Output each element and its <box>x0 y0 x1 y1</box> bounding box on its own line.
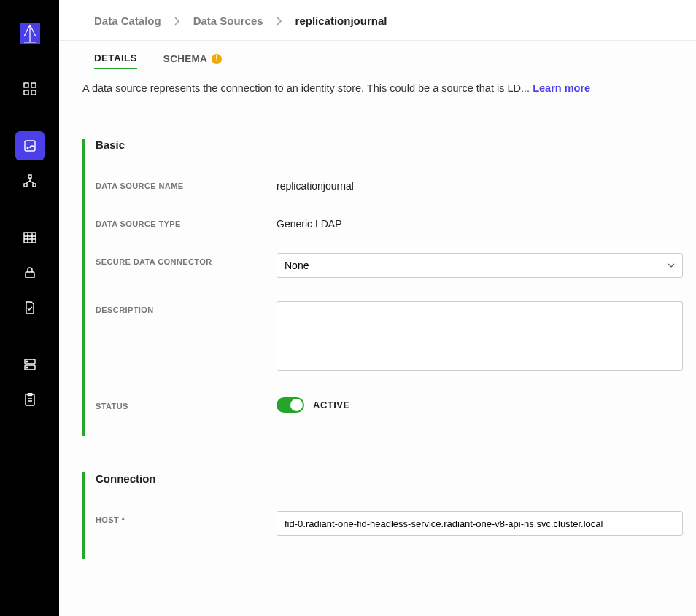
svg-rect-4 <box>31 90 36 95</box>
svg-rect-3 <box>24 90 28 95</box>
breadcrumb: Data Catalog Data Sources replicationjou… <box>59 0 696 41</box>
description-row: A data source represents the connection … <box>59 69 696 109</box>
svg-rect-9 <box>33 184 36 187</box>
grid-icon <box>23 82 36 95</box>
breadcrumb-current: replicationjournal <box>295 15 387 27</box>
secure-data-connector-value: None <box>285 260 309 271</box>
svg-rect-1 <box>24 83 28 87</box>
label-data-source-name: DATA SOURCE NAME <box>96 177 277 190</box>
nav-documents[interactable] <box>15 293 45 322</box>
breadcrumb-root[interactable]: Data Catalog <box>94 15 161 27</box>
row-secure-data-connector: SECURE DATA CONNECTOR None <box>96 253 683 278</box>
section-basic-title: Basic <box>96 139 683 151</box>
nav-tables[interactable] <box>15 223 45 252</box>
section-connection-title: Connection <box>96 472 683 485</box>
label-host: HOST * <box>96 511 277 524</box>
row-data-source-name: DATA SOURCE NAME replicationjournal <box>96 177 683 192</box>
value-data-source-type: Generic LDAP <box>277 215 341 230</box>
hierarchy-icon <box>23 174 36 187</box>
label-secure-data-connector: SECURE DATA CONNECTOR <box>96 253 277 266</box>
svg-rect-8 <box>24 184 27 187</box>
sidebar <box>0 0 59 616</box>
chevron-down-icon <box>668 263 675 268</box>
svg-rect-11 <box>26 272 34 278</box>
row-host: HOST * <box>96 511 683 536</box>
status-value: ACTIVE <box>313 399 350 410</box>
lock-icon <box>23 266 36 279</box>
nav-tasks[interactable] <box>15 385 45 414</box>
row-status: STATUS ACTIVE <box>96 397 683 413</box>
section-basic: Basic DATA SOURCE NAME replicationjourna… <box>82 139 683 436</box>
tab-details[interactable]: DETAILS <box>94 52 137 69</box>
nav-security[interactable] <box>15 258 45 287</box>
server-icon <box>23 358 36 371</box>
host-input[interactable] <box>277 511 683 536</box>
main-content: Data Catalog Data Sources replicationjou… <box>59 0 696 616</box>
status-toggle[interactable] <box>277 397 304 413</box>
svg-point-6 <box>26 147 28 149</box>
label-status: STATUS <box>96 397 277 410</box>
learn-more-link[interactable]: Learn more <box>533 82 590 94</box>
warning-badge-icon: ! <box>212 54 222 64</box>
label-data-source-type: DATA SOURCE TYPE <box>96 215 277 228</box>
value-data-source-name: replicationjournal <box>277 177 354 192</box>
table-icon <box>23 231 36 244</box>
svg-rect-7 <box>28 175 31 178</box>
chevron-right-icon <box>174 17 180 26</box>
secure-data-connector-select[interactable]: None <box>277 253 683 278</box>
label-description: DESCRIPTION <box>96 301 277 314</box>
description-textarea[interactable] <box>277 301 683 371</box>
toggle-knob <box>290 399 303 411</box>
tab-schema[interactable]: SCHEMA ! <box>163 53 222 69</box>
svg-point-15 <box>26 367 28 368</box>
content-area: Basic DATA SOURCE NAME replicationjourna… <box>59 109 696 616</box>
row-description: DESCRIPTION <box>96 301 683 374</box>
nav-dashboard[interactable] <box>15 74 45 104</box>
svg-point-14 <box>26 361 28 362</box>
clipboard-icon <box>23 393 36 406</box>
tab-bar: DETAILS SCHEMA ! <box>59 41 696 69</box>
app-logo[interactable] <box>18 22 42 45</box>
description-text: A data source represents the connection … <box>82 82 533 94</box>
svg-rect-10 <box>24 233 36 243</box>
row-data-source-type: DATA SOURCE TYPE Generic LDAP <box>96 215 683 230</box>
nav-hierarchy[interactable] <box>15 166 45 195</box>
nav-data-catalog[interactable] <box>15 131 45 160</box>
nav-servers[interactable] <box>15 350 45 379</box>
document-check-icon <box>23 301 36 314</box>
tab-details-label: DETAILS <box>94 52 137 63</box>
chevron-right-icon <box>277 17 282 26</box>
tab-schema-label: SCHEMA <box>163 53 207 64</box>
breadcrumb-mid[interactable]: Data Sources <box>193 15 263 27</box>
section-connection: Connection HOST * <box>82 472 683 559</box>
svg-rect-16 <box>26 394 34 405</box>
catalog-icon <box>23 139 36 152</box>
svg-rect-2 <box>31 83 36 87</box>
